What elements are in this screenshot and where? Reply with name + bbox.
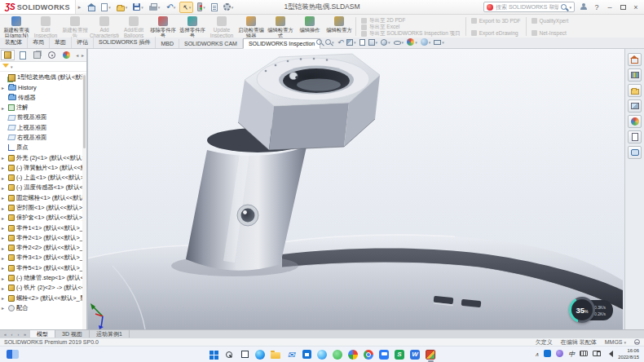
- expand-arrow[interactable]: ▸: [2, 85, 7, 90]
- section-view-button[interactable]: ▾: [346, 39, 356, 46]
- tree-item[interactable]: ▸(-) 弹簧触片<1> (默认<<默认>_显: [0, 163, 86, 173]
- edit-inspection-button[interactable]: 编辑检查方: [324, 15, 354, 38]
- close-icon[interactable]: ×: [631, 3, 641, 11]
- save-button[interactable]: ▾: [131, 2, 145, 11]
- ribbon-tab-草图[interactable]: 草图: [50, 37, 72, 48]
- rebuild-button[interactable]: ▾: [196, 2, 207, 12]
- edit-appearance-button[interactable]: ▾: [407, 38, 417, 46]
- tree-item[interactable]: ▸零件1<1> (默认<<默认>_显示状态: [0, 223, 86, 232]
- expand-arrow[interactable]: ▸: [2, 205, 7, 211]
- ribbon-tab-SOLIDWORKS 插件[interactable]: SOLIDWORKS 插件: [94, 37, 156, 48]
- wps-sheet-icon[interactable]: S: [395, 349, 405, 360]
- ribbon-tab-评估[interactable]: 评估: [72, 37, 94, 48]
- dropdown-arrow[interactable]: ▾: [174, 5, 176, 10]
- solidworks-resources-tab[interactable]: [628, 53, 642, 66]
- tree-item[interactable]: ▸零件2<2> (默认<<默认>_显示状态: [0, 243, 86, 253]
- options-button[interactable]: ▾: [222, 2, 236, 11]
- doc-tab-模型[interactable]: 模型: [30, 330, 55, 338]
- dropdown-arrow[interactable]: ▾: [158, 5, 161, 10]
- view-orientation-button[interactable]: ▾: [368, 39, 378, 46]
- dynamic-annotation-button[interactable]: [359, 39, 365, 46]
- tab-propertymanager[interactable]: [15, 50, 29, 60]
- doc-tab-运动算例1[interactable]: 运动算例1: [90, 330, 130, 338]
- wps-doc-icon[interactable]: W: [410, 349, 421, 360]
- minimize-icon[interactable]: –: [605, 3, 615, 11]
- tree-item[interactable]: ▸零件3<1> (默认<<默认>_显示状态: [0, 253, 86, 263]
- dropdown-arrow[interactable]: ▾: [232, 5, 234, 10]
- expand-arrow[interactable]: ▸: [2, 245, 7, 251]
- open-file-button[interactable]: ▾: [115, 2, 130, 12]
- dropdown-arrow[interactable]: ▾: [429, 40, 431, 45]
- chrome-icon[interactable]: [364, 349, 374, 360]
- expand-arrow[interactable]: ▸: [2, 235, 7, 241]
- apply-scene-button[interactable]: ▾: [421, 38, 431, 46]
- ribbon-tab-MBD[interactable]: MBD: [156, 39, 179, 48]
- undo-button[interactable]: ↶▾: [164, 2, 177, 12]
- model-hex-nut[interactable]: [238, 54, 380, 150]
- edit-inspection-method-button[interactable]: 编辑检查方式: [266, 15, 295, 38]
- expand-arrow[interactable]: ▸: [2, 175, 7, 181]
- ribbon-tab-装配体[interactable]: 装配体: [0, 37, 28, 48]
- expand-arrow[interactable]: ▸: [2, 285, 7, 291]
- store-icon[interactable]: [302, 349, 312, 360]
- expand-arrow[interactable]: ▸: [2, 255, 7, 261]
- ribbon-tab-SOLIDWORKS Inspection[interactable]: SOLIDWORKS Inspection: [243, 38, 320, 49]
- tree-item[interactable]: 前视基准面: [0, 113, 86, 122]
- appearances-tab[interactable]: [628, 115, 642, 128]
- dropdown-arrow[interactable]: ▾: [402, 40, 404, 45]
- tree-item[interactable]: ▸(-) 绝缘管.step<1> (默认<<默认>: [0, 273, 86, 283]
- usage-gauge[interactable]: 35%: [569, 297, 595, 323]
- ribbon-tab-布局[interactable]: 布局: [28, 37, 50, 48]
- mail-icon[interactable]: ✉: [286, 349, 297, 360]
- select-balloons-button[interactable]: 选择零件序号: [178, 15, 207, 38]
- tree-item[interactable]: 原点: [0, 143, 86, 152]
- zoom-fit-button[interactable]: [316, 39, 322, 45]
- hide-show-items-button[interactable]: ▾: [394, 39, 404, 45]
- custom-properties-tab[interactable]: [628, 130, 642, 143]
- tree-item[interactable]: 上视基准面: [0, 122, 86, 132]
- launch-inspection-editor-button[interactable]: 启动检查编辑器: [236, 15, 266, 38]
- edit-operation-button[interactable]: 编辑操作: [295, 15, 324, 38]
- tab-configurationmanager[interactable]: [30, 50, 44, 60]
- tab-scroll-3[interactable]: »: [22, 332, 28, 337]
- file-properties-button[interactable]: [210, 2, 219, 12]
- pinwheel-browser-icon[interactable]: [348, 349, 359, 360]
- graphics-viewport[interactable]: 0.3K/s 0.2K/s 35%: [88, 49, 624, 329]
- dropdown-arrow[interactable]: ▾: [141, 5, 143, 10]
- tree-filter[interactable]: ▾: [0, 62, 86, 72]
- view-settings-button[interactable]: ▾: [434, 39, 444, 45]
- units-selector[interactable]: MMGS ▾: [605, 339, 626, 345]
- start-button[interactable]: [209, 349, 219, 360]
- dropdown-arrow[interactable]: ▾: [108, 5, 111, 10]
- expand-arrow[interactable]: ▸: [2, 165, 7, 170]
- tab-scroll-2[interactable]: ›: [15, 332, 21, 337]
- home-button[interactable]: [86, 2, 97, 12]
- dropdown-arrow[interactable]: ▾: [376, 40, 378, 45]
- search-icon[interactable]: [561, 4, 567, 10]
- doc-tab-3D 视图[interactable]: 3D 视图: [55, 330, 90, 338]
- edge-icon[interactable]: [255, 349, 266, 360]
- dropdown-arrow[interactable]: ▾: [442, 40, 444, 45]
- search-button[interactable]: [224, 349, 235, 360]
- expand-arrow[interactable]: ▸: [2, 155, 7, 161]
- model-counterbore-hole[interactable]: [237, 205, 258, 226]
- help-icon[interactable]: ?: [592, 3, 602, 11]
- file-explorer-tab[interactable]: [628, 84, 642, 97]
- status-globe-icon[interactable]: [634, 339, 640, 345]
- expand-arrow[interactable]: ▸: [2, 185, 7, 191]
- search-dropdown-arrow[interactable]: ▾: [569, 5, 571, 10]
- design-library-tab[interactable]: [628, 68, 642, 82]
- menu-flyout-arrow[interactable]: ▸: [78, 4, 82, 11]
- remove-balloons-button[interactable]: 移除零件序号: [148, 15, 178, 38]
- tree-item[interactable]: ▸外壳 (2)<1> (默认<<默认>_显示状: [0, 152, 86, 162]
- dropdown-arrow[interactable]: ▾: [126, 5, 128, 10]
- restore-icon[interactable]: [618, 2, 628, 11]
- green-app-icon[interactable]: [333, 349, 343, 360]
- search-box[interactable]: 搜索 SOLIDWORKS 帮助 ▾: [483, 2, 575, 12]
- ime-language-indicator[interactable]: 中: [568, 350, 575, 359]
- view-palette-tab[interactable]: [628, 99, 642, 113]
- tab-displaymanager[interactable]: [60, 50, 73, 60]
- expand-arrow[interactable]: ▸: [2, 195, 7, 201]
- tab-scroll-0[interactable]: «: [2, 332, 8, 337]
- expand-arrow[interactable]: ▸: [2, 276, 7, 281]
